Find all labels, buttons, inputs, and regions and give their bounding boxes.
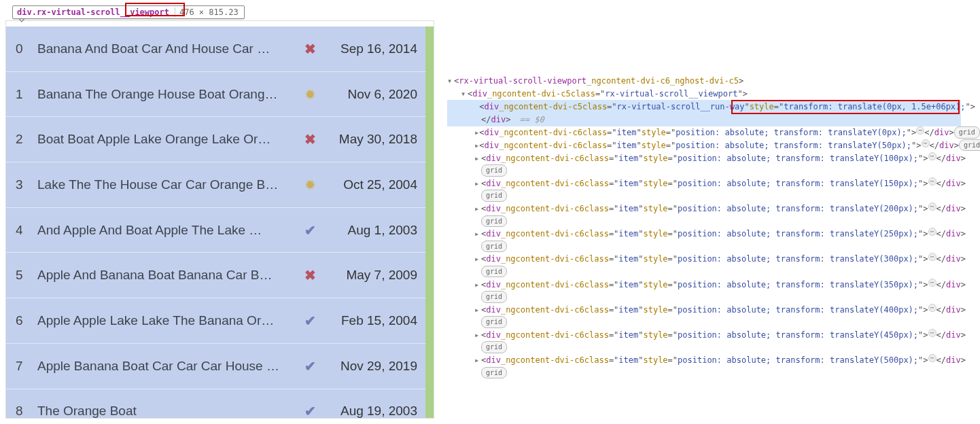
list-item[interactable]: 2Boat Boat Apple Lake Orange Lake Or…✖Ma… <box>6 117 427 162</box>
elements-panel[interactable]: ▾<rx-virtual-scroll-viewport _ngcontent-… <box>447 75 970 379</box>
ellipsis-icon[interactable]: ⋯ <box>928 304 937 312</box>
grid-badge[interactable]: grid <box>481 164 507 177</box>
item-title: Boat Boat Apple Lake Orange Lake Or… <box>37 132 298 147</box>
dom-node-item[interactable]: ▸<div _ngcontent-dvi-c6 class="item" sty… <box>447 354 970 367</box>
item-title: Banana And Boat Car And House Car … <box>37 41 298 56</box>
grid-badge[interactable]: grid <box>481 241 507 253</box>
highlight-box-style <box>731 100 960 114</box>
grid-badge[interactable]: grid <box>481 341 507 353</box>
caret-right-icon[interactable]: ▸ <box>474 152 481 165</box>
dom-node-item-badge-row[interactable]: grid <box>447 291 970 304</box>
item-date: May 7, 2009 <box>322 268 417 283</box>
caret-right-icon[interactable]: ▸ <box>474 329 481 342</box>
caret-right-icon[interactable]: ▸ <box>474 202 481 215</box>
ellipsis-icon[interactable]: ⋯ <box>928 152 937 160</box>
item-title: Apple Apple Lake Lake The Banana Or… <box>37 313 298 328</box>
ellipsis-icon[interactable]: ⋯ <box>928 202 937 211</box>
grid-badge[interactable]: grid <box>481 215 507 228</box>
dom-node-item-badge-row[interactable]: grid <box>447 367 970 380</box>
grid-badge[interactable]: grid <box>481 291 507 303</box>
dom-node-item-badge-row[interactable]: grid <box>447 190 970 202</box>
grid-badge[interactable]: grid <box>481 316 507 328</box>
item-index: 4 <box>16 223 37 238</box>
ellipsis-icon[interactable]: ⋯ <box>916 126 924 135</box>
ellipsis-icon[interactable]: ⋯ <box>928 177 937 186</box>
check-icon: ✔ <box>298 359 322 373</box>
item-date: May 30, 2018 <box>322 132 417 147</box>
list-item[interactable]: 8The Orange Boat✔Aug 19, 2003 <box>6 389 427 419</box>
list-item[interactable]: 6Apple Apple Lake Lake The Banana Or…✔Fe… <box>6 298 427 344</box>
dom-node-item[interactable]: ▸<div _ngcontent-dvi-c6 class="item" sty… <box>447 126 970 139</box>
caret-right-icon[interactable]: ▸ <box>474 126 479 139</box>
dom-node-item[interactable]: ▸<div _ngcontent-dvi-c6 class="item" sty… <box>447 228 970 241</box>
list-item[interactable]: 3Lake The The House Car Car Orange B…✹Oc… <box>6 162 427 208</box>
caret-down-icon[interactable]: ▾ <box>461 88 468 101</box>
grid-badge[interactable]: grid <box>481 190 507 202</box>
item-title: Lake The The House Car Car Orange B… <box>37 177 298 192</box>
selected-node-marker: == $0 <box>514 113 544 126</box>
item-date: Nov 29, 2019 <box>322 359 417 374</box>
dom-node-item-badge-row[interactable]: grid <box>447 241 970 253</box>
dom-node-item-badge-row[interactable]: grid <box>447 316 970 329</box>
dom-node-item[interactable]: ▸<div _ngcontent-dvi-c6 class="item" sty… <box>447 139 970 152</box>
ellipsis-icon[interactable]: ⋯ <box>928 329 937 337</box>
list-item[interactable]: 5Apple And Banana Boat Banana Car B…✖May… <box>6 253 427 299</box>
item-title: The Orange Boat <box>37 404 298 419</box>
item-index: 6 <box>16 313 37 328</box>
caret-right-icon[interactable]: ▸ <box>474 139 479 152</box>
item-index: 2 <box>16 132 37 147</box>
dom-node-item[interactable]: ▸<div _ngcontent-dvi-c6 class="item" sty… <box>447 177 970 190</box>
dom-node-viewport[interactable]: ▾<div _ngcontent-dvi-c5 class="rx-virtua… <box>447 88 970 101</box>
dom-node-item[interactable]: ▸<div _ngcontent-dvi-c6 class="item" sty… <box>447 152 970 165</box>
caret-right-icon[interactable]: ▸ <box>474 354 481 367</box>
caret-right-icon[interactable]: ▸ <box>474 304 481 317</box>
grid-badge[interactable]: grid <box>959 139 980 152</box>
list-item[interactable]: 0Banana And Boat Car And House Car …✖Sep… <box>6 26 427 72</box>
item-title: And Apple And Boat Apple The Lake … <box>37 223 298 238</box>
grid-badge[interactable]: grid <box>481 266 507 278</box>
dom-node-item-badge-row[interactable]: grid <box>447 215 970 228</box>
ellipsis-icon[interactable]: ⋯ <box>928 279 937 287</box>
caret-right-icon[interactable]: ▸ <box>474 228 481 241</box>
caret-right-icon[interactable]: ▸ <box>474 279 481 292</box>
item-index: 1 <box>16 87 37 102</box>
item-date: Aug 19, 2003 <box>322 404 417 419</box>
virtual-scroll-viewport-highlight[interactable]: 0Banana And Boat Car And House Car …✖Sep… <box>6 26 434 419</box>
item-date: Oct 25, 2004 <box>322 177 417 192</box>
item-index: 3 <box>16 177 37 192</box>
dom-node-item-badge-row[interactable]: grid <box>447 164 970 177</box>
page-preview-frame: 0Banana And Boat Car And House Car …✖Sep… <box>5 20 434 419</box>
list-item[interactable]: 7Apple Banana Boat Car Car Car House …✔N… <box>6 344 427 389</box>
item-index: 5 <box>16 268 37 283</box>
ellipsis-icon[interactable]: ⋯ <box>928 253 937 261</box>
item-title: Banana The Orange House Boat Orang… <box>37 87 298 102</box>
item-date: Sep 16, 2014 <box>322 41 417 56</box>
list-item[interactable]: 1Banana The Orange House Boat Orang…✹Nov… <box>6 72 427 118</box>
dom-node-item-badge-row[interactable]: grid <box>447 341 970 354</box>
item-date: Aug 1, 2003 <box>322 223 417 238</box>
scrollbar-track[interactable] <box>425 26 434 419</box>
cross-icon: ✖ <box>298 42 322 56</box>
grid-badge[interactable]: grid <box>481 367 507 379</box>
ellipsis-icon[interactable]: ⋯ <box>922 139 930 147</box>
ellipsis-icon[interactable]: ⋯ <box>928 354 937 362</box>
dom-node-item-badge-row[interactable]: grid <box>447 266 970 279</box>
dom-node-item[interactable]: ▸<div _ngcontent-dvi-c6 class="item" sty… <box>447 329 970 342</box>
dom-node-item[interactable]: ▸<div _ngcontent-dvi-c6 class="item" sty… <box>447 202 970 215</box>
grid-badge[interactable]: grid <box>954 126 980 139</box>
ellipsis-icon[interactable]: ⋯ <box>928 228 937 236</box>
dom-node-root[interactable]: ▾<rx-virtual-scroll-viewport _ngcontent-… <box>447 75 970 88</box>
star-icon: ✹ <box>298 178 322 192</box>
item-index: 7 <box>16 359 37 374</box>
item-date: Feb 15, 2004 <box>322 313 417 328</box>
list-item[interactable]: 4And Apple And Boat Apple The Lake …✔Aug… <box>6 208 427 253</box>
dom-node-item[interactable]: ▸<div _ngcontent-dvi-c6 class="item" sty… <box>447 279 970 292</box>
cross-icon: ✖ <box>298 132 322 146</box>
caret-right-icon[interactable]: ▸ <box>474 177 481 190</box>
caret-down-icon[interactable]: ▾ <box>447 75 454 88</box>
star-icon: ✹ <box>298 88 322 101</box>
caret-right-icon[interactable]: ▸ <box>474 253 481 266</box>
check-icon: ✔ <box>298 404 322 418</box>
dom-node-item[interactable]: ▸<div _ngcontent-dvi-c6 class="item" sty… <box>447 253 970 266</box>
dom-node-item[interactable]: ▸<div _ngcontent-dvi-c6 class="item" sty… <box>447 304 970 317</box>
